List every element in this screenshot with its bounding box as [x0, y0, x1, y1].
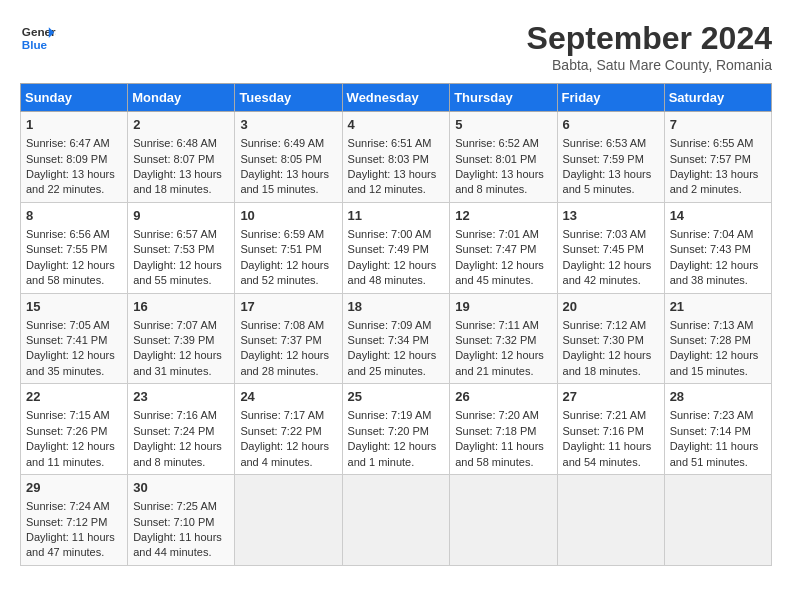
day-info-line: and 5 minutes.: [563, 182, 659, 197]
day-number: 15: [26, 298, 122, 316]
day-number: 14: [670, 207, 766, 225]
day-info-line: and 12 minutes.: [348, 182, 445, 197]
day-info-line: Sunrise: 7:00 AM: [348, 227, 445, 242]
day-info-line: Sunrise: 6:56 AM: [26, 227, 122, 242]
day-info-line: and 15 minutes.: [240, 182, 336, 197]
day-info-line: Daylight: 12 hours: [563, 348, 659, 363]
day-info-line: Sunrise: 7:07 AM: [133, 318, 229, 333]
day-info-line: and 42 minutes.: [563, 273, 659, 288]
empty-day: [450, 475, 557, 566]
calendar-day-3: 3Sunrise: 6:49 AMSunset: 8:05 PMDaylight…: [235, 112, 342, 203]
day-info-line: and 31 minutes.: [133, 364, 229, 379]
day-info-line: and 38 minutes.: [670, 273, 766, 288]
day-number: 19: [455, 298, 551, 316]
title-section: September 2024 Babta, Satu Mare County, …: [527, 20, 772, 73]
calendar-week-row: 22Sunrise: 7:15 AMSunset: 7:26 PMDayligh…: [21, 384, 772, 475]
day-info-line: Sunrise: 7:16 AM: [133, 408, 229, 423]
day-info-line: Sunset: 8:07 PM: [133, 152, 229, 167]
calendar-day-8: 8Sunrise: 6:56 AMSunset: 7:55 PMDaylight…: [21, 202, 128, 293]
calendar-day-16: 16Sunrise: 7:07 AMSunset: 7:39 PMDayligh…: [128, 293, 235, 384]
day-info-line: Sunrise: 6:59 AM: [240, 227, 336, 242]
column-header-monday: Monday: [128, 84, 235, 112]
empty-day: [342, 475, 450, 566]
calendar-week-row: 1Sunrise: 6:47 AMSunset: 8:09 PMDaylight…: [21, 112, 772, 203]
day-info-line: Sunrise: 7:09 AM: [348, 318, 445, 333]
day-info-line: Sunset: 7:20 PM: [348, 424, 445, 439]
calendar-day-9: 9Sunrise: 6:57 AMSunset: 7:53 PMDaylight…: [128, 202, 235, 293]
day-info-line: Sunrise: 6:57 AM: [133, 227, 229, 242]
day-info-line: Sunset: 8:03 PM: [348, 152, 445, 167]
day-info-line: and 51 minutes.: [670, 455, 766, 470]
day-info-line: Sunset: 7:55 PM: [26, 242, 122, 257]
day-number: 22: [26, 388, 122, 406]
day-info-line: Daylight: 12 hours: [348, 348, 445, 363]
month-title: September 2024: [527, 20, 772, 57]
svg-text:Blue: Blue: [22, 38, 48, 51]
day-info-line: Daylight: 11 hours: [455, 439, 551, 454]
day-info-line: Sunset: 7:57 PM: [670, 152, 766, 167]
day-number: 9: [133, 207, 229, 225]
calendar-day-26: 26Sunrise: 7:20 AMSunset: 7:18 PMDayligh…: [450, 384, 557, 475]
day-info-line: Daylight: 12 hours: [240, 439, 336, 454]
calendar-day-7: 7Sunrise: 6:55 AMSunset: 7:57 PMDaylight…: [664, 112, 771, 203]
day-info-line: Daylight: 12 hours: [26, 258, 122, 273]
calendar-day-28: 28Sunrise: 7:23 AMSunset: 7:14 PMDayligh…: [664, 384, 771, 475]
calendar-day-12: 12Sunrise: 7:01 AMSunset: 7:47 PMDayligh…: [450, 202, 557, 293]
day-info-line: Daylight: 12 hours: [133, 258, 229, 273]
day-number: 28: [670, 388, 766, 406]
calendar-header-row: SundayMondayTuesdayWednesdayThursdayFrid…: [21, 84, 772, 112]
day-info-line: Sunrise: 7:08 AM: [240, 318, 336, 333]
day-number: 21: [670, 298, 766, 316]
day-info-line: Daylight: 13 hours: [26, 167, 122, 182]
day-info-line: Daylight: 12 hours: [26, 348, 122, 363]
day-info-line: and 11 minutes.: [26, 455, 122, 470]
day-info-line: Sunset: 7:22 PM: [240, 424, 336, 439]
day-number: 1: [26, 116, 122, 134]
day-info-line: and 58 minutes.: [455, 455, 551, 470]
day-info-line: Sunrise: 7:05 AM: [26, 318, 122, 333]
day-number: 30: [133, 479, 229, 497]
day-info-line: Sunset: 8:05 PM: [240, 152, 336, 167]
day-info-line: Daylight: 13 hours: [240, 167, 336, 182]
day-number: 24: [240, 388, 336, 406]
day-number: 26: [455, 388, 551, 406]
day-number: 5: [455, 116, 551, 134]
calendar-table: SundayMondayTuesdayWednesdayThursdayFrid…: [20, 83, 772, 566]
day-info-line: Sunrise: 6:47 AM: [26, 136, 122, 151]
day-info-line: Sunset: 7:12 PM: [26, 515, 122, 530]
calendar-day-29: 29Sunrise: 7:24 AMSunset: 7:12 PMDayligh…: [21, 475, 128, 566]
day-info-line: and 48 minutes.: [348, 273, 445, 288]
calendar-day-17: 17Sunrise: 7:08 AMSunset: 7:37 PMDayligh…: [235, 293, 342, 384]
day-info-line: and 15 minutes.: [670, 364, 766, 379]
day-info-line: Sunrise: 7:25 AM: [133, 499, 229, 514]
day-info-line: Sunset: 7:18 PM: [455, 424, 551, 439]
calendar-week-row: 29Sunrise: 7:24 AMSunset: 7:12 PMDayligh…: [21, 475, 772, 566]
location-title: Babta, Satu Mare County, Romania: [527, 57, 772, 73]
day-info-line: Sunset: 7:51 PM: [240, 242, 336, 257]
calendar-day-14: 14Sunrise: 7:04 AMSunset: 7:43 PMDayligh…: [664, 202, 771, 293]
day-number: 29: [26, 479, 122, 497]
day-info-line: Daylight: 13 hours: [348, 167, 445, 182]
day-info-line: Sunrise: 6:55 AM: [670, 136, 766, 151]
day-info-line: Daylight: 13 hours: [133, 167, 229, 182]
day-info-line: Sunset: 7:47 PM: [455, 242, 551, 257]
calendar-day-11: 11Sunrise: 7:00 AMSunset: 7:49 PMDayligh…: [342, 202, 450, 293]
day-info-line: Sunset: 8:01 PM: [455, 152, 551, 167]
day-info-line: Sunset: 7:45 PM: [563, 242, 659, 257]
calendar-day-20: 20Sunrise: 7:12 AMSunset: 7:30 PMDayligh…: [557, 293, 664, 384]
calendar-day-19: 19Sunrise: 7:11 AMSunset: 7:32 PMDayligh…: [450, 293, 557, 384]
day-number: 18: [348, 298, 445, 316]
day-number: 16: [133, 298, 229, 316]
day-info-line: Sunset: 7:53 PM: [133, 242, 229, 257]
calendar-day-6: 6Sunrise: 6:53 AMSunset: 7:59 PMDaylight…: [557, 112, 664, 203]
day-info-line: Daylight: 13 hours: [670, 167, 766, 182]
day-info-line: Sunset: 7:59 PM: [563, 152, 659, 167]
calendar-day-1: 1Sunrise: 6:47 AMSunset: 8:09 PMDaylight…: [21, 112, 128, 203]
day-number: 25: [348, 388, 445, 406]
calendar-day-18: 18Sunrise: 7:09 AMSunset: 7:34 PMDayligh…: [342, 293, 450, 384]
day-info-line: and 47 minutes.: [26, 545, 122, 560]
day-info-line: Sunrise: 6:52 AM: [455, 136, 551, 151]
day-info-line: Sunset: 7:41 PM: [26, 333, 122, 348]
day-info-line: Sunset: 7:34 PM: [348, 333, 445, 348]
calendar-day-4: 4Sunrise: 6:51 AMSunset: 8:03 PMDaylight…: [342, 112, 450, 203]
